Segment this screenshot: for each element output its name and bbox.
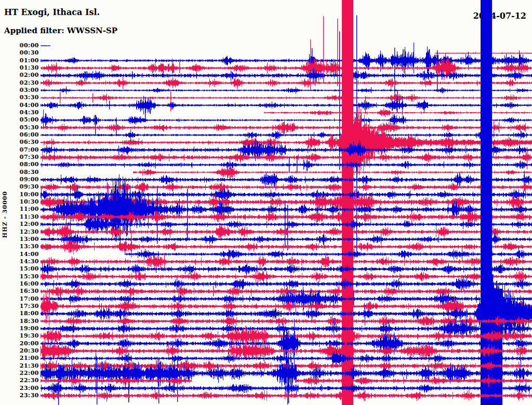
helicorder-page: HT Exogi, Ithaca Isl. Applied filter: WW… bbox=[0, 0, 532, 405]
helicorder-plot-canvas bbox=[0, 0, 532, 405]
